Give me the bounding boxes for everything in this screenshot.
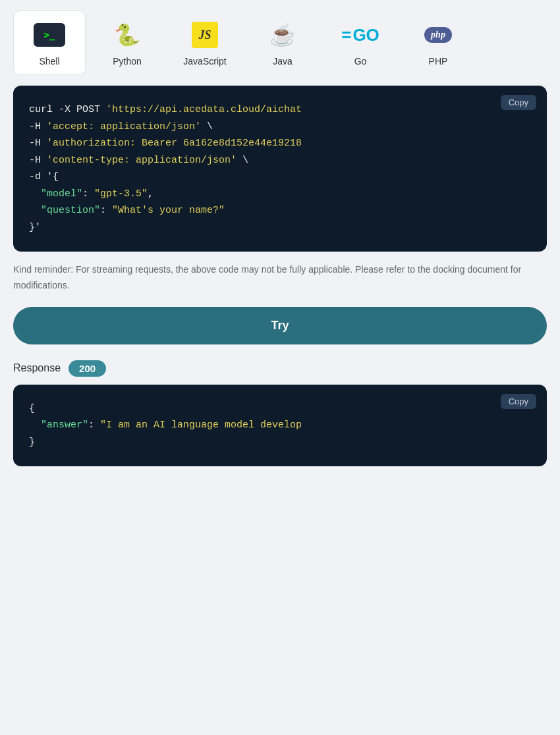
tab-go-label: Go: [354, 56, 367, 67]
response-status-badge: 200: [69, 360, 106, 377]
tab-bar: >_ Shell 🐍 Python JS JavaScript ☕ Java =…: [0, 0, 560, 75]
response-header: Response 200: [13, 360, 547, 377]
response-code-block: Copy { "answer": "I am an AI language mo…: [13, 385, 547, 467]
reminder-text: Kind reminder: For streaming requests, t…: [13, 262, 547, 294]
tab-javascript[interactable]: JS JavaScript: [169, 11, 241, 74]
js-icon-wrapper: JS: [189, 19, 221, 51]
copy-response-button[interactable]: Copy: [501, 394, 536, 409]
javascript-icon: JS: [192, 22, 218, 48]
code-content: curl -X POST 'https://api.acedata.cloud/…: [29, 101, 531, 236]
php-icon-wrapper: php: [422, 19, 454, 51]
go-icon: = GO: [341, 25, 379, 45]
response-code-content: { "answer": "I am an AI language model d…: [29, 400, 531, 451]
python-icon: 🐍: [114, 22, 140, 47]
python-icon-wrapper: 🐍: [111, 19, 143, 51]
java-icon: ☕: [269, 22, 296, 47]
go-icon-wrapper: = GO: [345, 19, 376, 51]
tab-javascript-label: JavaScript: [183, 56, 226, 67]
copy-code-button[interactable]: Copy: [501, 95, 536, 110]
tab-python[interactable]: 🐍 Python: [91, 11, 163, 74]
tab-php[interactable]: php PHP: [402, 11, 474, 74]
shell-icon-wrapper: >_: [34, 19, 65, 51]
tab-java-label: Java: [273, 56, 293, 67]
response-label: Response: [13, 362, 61, 374]
tab-shell[interactable]: >_ Shell: [13, 11, 86, 75]
code-block: Copy curl -X POST 'https://api.acedata.c…: [13, 86, 547, 252]
tab-php-label: PHP: [429, 56, 448, 67]
tab-go[interactable]: = GO Go: [324, 11, 397, 74]
tab-shell-label: Shell: [39, 56, 59, 67]
shell-icon: >_: [34, 23, 65, 47]
java-icon-wrapper: ☕: [267, 19, 298, 51]
tab-java[interactable]: ☕ Java: [246, 11, 319, 74]
try-button[interactable]: Try: [13, 307, 547, 344]
tab-python-label: Python: [113, 56, 142, 67]
php-icon: php: [424, 27, 452, 43]
